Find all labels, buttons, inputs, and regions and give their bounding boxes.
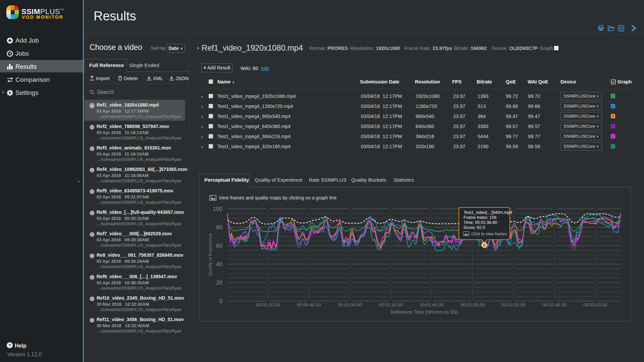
svg-text:Quality of Experience: Quality of Experience (208, 233, 213, 276)
svg-text:00:02:20.00: 00:02:20.00 (501, 302, 525, 307)
svg-text:Test1_video[…]540m.mp4: Test1_video[…]540m.mp4 (464, 210, 512, 215)
svg-text:00:01:20.00: 00:01:20.00 (379, 302, 402, 307)
svg-text:00:03:00.00: 00:03:00.00 (583, 302, 607, 307)
svg-text:Reference Time (HH:mm:ss.SS): Reference Time (HH:mm:ss.SS) (391, 309, 458, 315)
svg-text:Time: 00:01:36.60: Time: 00:01:36.60 (464, 220, 497, 225)
svg-text:00:02:00.00: 00:02:00.00 (461, 302, 484, 307)
svg-text:100: 100 (213, 206, 222, 212)
svg-text:40: 40 (216, 261, 222, 267)
svg-text:Frame Index: 108: Frame Index: 108 (464, 215, 496, 220)
svg-text:00:02:40.00: 00:02:40.00 (542, 302, 566, 307)
svg-text:80: 80 (216, 224, 222, 231)
svg-text:0: 0 (219, 298, 222, 304)
svg-text:00:00:20.00: 00:00:20.00 (256, 302, 280, 307)
svg-text:00:01:00.00: 00:01:00.00 (338, 302, 362, 307)
svg-text:60: 60 (216, 243, 222, 249)
svg-text:00:01:40.00: 00:01:40.00 (420, 302, 443, 307)
svg-text:?: ? (8, 343, 11, 348)
svg-text:20: 20 (216, 280, 222, 286)
svg-text:00:00:40.00: 00:00:40.00 (297, 302, 321, 307)
svg-text:Click to view frames: Click to view frames (471, 232, 507, 236)
svg-text:Score: 92.0: Score: 92.0 (464, 225, 485, 230)
